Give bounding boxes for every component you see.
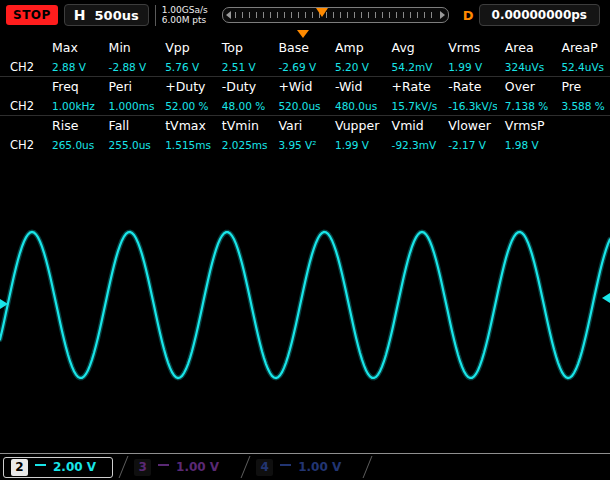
measurement-name: -Duty <box>214 79 271 94</box>
measurement-name: Freq <box>44 79 101 94</box>
measurement-value: 7.138 % <box>497 100 554 112</box>
delay-value[interactable]: 0.00000000ps <box>479 4 600 26</box>
measurement-name: Over <box>497 79 554 94</box>
run-stop-status[interactable]: STOP <box>6 5 58 25</box>
measurement-value: 255.0us <box>101 139 158 151</box>
trigger-level-marker-icon[interactable] <box>602 293 610 303</box>
channel-divider <box>363 456 373 478</box>
measurement-name: Avg <box>384 40 441 55</box>
measurement-name: Max <box>44 40 101 55</box>
measurement-value: 1.99 V <box>327 139 384 151</box>
measurement-name: Vupper <box>327 118 384 133</box>
measurement-value: 1.98 V <box>497 139 554 151</box>
measurement-name: Amp <box>327 40 384 55</box>
measurement-value-row: CH21.00kHz1.000ms52.00 %48.00 %520.0us48… <box>0 96 610 116</box>
measurement-name: Min <box>101 40 158 55</box>
measurement-name: Vrms <box>440 40 497 55</box>
measurement-value: 1.515ms <box>157 139 214 151</box>
measurement-value: 480.0us <box>327 100 384 112</box>
measurement-name: +Rate <box>384 79 441 94</box>
measurement-header-row: FreqPeri+Duty-Duty+Wid-Wid+Rate-RateOver… <box>0 77 610 96</box>
measurement-value: 2.51 V <box>214 61 271 73</box>
channel-4-block[interactable]: 41.00 V <box>249 457 357 478</box>
measurement-name: -Rate <box>440 79 497 94</box>
delay-label: D <box>463 8 474 23</box>
measurement-value-row: CH22.88 V-2.88 V5.76 V2.51 V-2.69 V5.20 … <box>0 57 610 77</box>
delay-readout: D 0.00000000ps <box>463 4 604 26</box>
hpos-ticks <box>235 12 436 18</box>
measurement-value: -92.3mV <box>384 139 441 151</box>
horizontal-label: H <box>74 7 86 23</box>
channel-4-scale[interactable]: 1.00 V <box>298 460 341 474</box>
measurement-value: 520.0us <box>270 100 327 112</box>
top-status-bar: STOP H 500us 1.00GSa/s 6.00M pts D 0.000… <box>0 0 610 30</box>
measurement-name: VrmsP <box>497 118 554 133</box>
measurement-name: tVmax <box>157 118 214 133</box>
measurement-value: 3.95 V² <box>270 139 327 151</box>
dc-coupling-icon <box>280 464 291 470</box>
measurement-value: 3.588 % <box>553 100 610 112</box>
measurement-value: 5.76 V <box>157 61 214 73</box>
measurement-value: 48.00 % <box>214 100 271 112</box>
measurement-header-row: RiseFalltVmaxtVminVariVupperVmidVlowerVr… <box>0 116 610 135</box>
measurement-value: 1.000ms <box>101 100 158 112</box>
timebase-value: 500us <box>95 8 139 23</box>
sample-rate: 1.00GSa/s <box>162 5 208 16</box>
measurement-name: Vari <box>270 118 327 133</box>
channel-2-scale[interactable]: 2.00 V <box>53 460 96 474</box>
measurement-name: AreaP <box>553 40 610 55</box>
channel-2-number[interactable]: 2 <box>11 459 28 476</box>
measurement-value: 1.99 V <box>440 61 497 73</box>
measurement-value: -2.17 V <box>440 139 497 151</box>
waveform-svg <box>0 152 610 453</box>
measurement-name: -Wid <box>327 79 384 94</box>
measurement-value: 52.4uVs <box>553 61 610 73</box>
measurement-name: Base <box>270 40 327 55</box>
measurement-name: Area <box>497 40 554 55</box>
waveform-display <box>0 152 610 453</box>
measurement-name: Vlower <box>440 118 497 133</box>
trigger-position-indicator-icon <box>297 30 309 38</box>
channel-status-bar: 22.00 V31.00 V41.00 V <box>0 453 610 480</box>
hpos-right-arrow-icon <box>440 11 445 19</box>
measurement-value: 2.025ms <box>214 139 271 151</box>
measurement-name: +Duty <box>157 79 214 94</box>
measurement-name: Vpp <box>157 40 214 55</box>
channel-3-block[interactable]: 31.00 V <box>127 457 235 478</box>
trigger-position-marker-icon[interactable] <box>316 8 328 17</box>
horizontal-timebase-control[interactable]: H 500us <box>64 4 149 26</box>
hpos-left-arrow-icon <box>226 11 231 19</box>
measurement-name: Peri <box>101 79 158 94</box>
measurement-name: Top <box>214 40 271 55</box>
measurement-channel-label: CH2 <box>0 60 44 74</box>
measurement-table: MaxMinVppTopBaseAmpAvgVrmsAreaAreaPCH22.… <box>0 38 610 152</box>
channel-2-block[interactable]: 22.00 V <box>3 457 113 478</box>
horizontal-position-bar[interactable] <box>222 7 449 23</box>
oscilloscope-screen: STOP H 500us 1.00GSa/s 6.00M pts D 0.000… <box>0 0 610 480</box>
dc-coupling-icon <box>158 464 169 470</box>
measurement-value: 5.20 V <box>327 61 384 73</box>
acquisition-info: 1.00GSa/s 6.00M pts <box>155 5 208 26</box>
measurement-value: 1.00kHz <box>44 100 101 112</box>
measurement-value: 15.7kV/s <box>384 100 441 112</box>
measurement-value: -16.3kV/s <box>440 100 497 112</box>
channel-offset-marker-icon[interactable] <box>0 299 8 309</box>
measurement-value: 52.00 % <box>157 100 214 112</box>
measurement-name: tVmin <box>214 118 271 133</box>
measurement-header-row: MaxMinVppTopBaseAmpAvgVrmsAreaAreaP <box>0 38 610 57</box>
measurement-value: 265.0us <box>44 139 101 151</box>
measurement-name: Pre <box>553 79 610 94</box>
channel-3-scale[interactable]: 1.00 V <box>176 460 219 474</box>
measurement-name: +Wid <box>270 79 327 94</box>
memory-depth: 6.00M pts <box>162 15 208 26</box>
measurement-channel-label: CH2 <box>0 138 44 152</box>
measurement-channel-label: CH2 <box>0 99 44 113</box>
channel-3-number[interactable]: 3 <box>134 459 151 476</box>
measurement-value: 54.2mV <box>384 61 441 73</box>
measurement-value: -2.69 V <box>270 61 327 73</box>
channel-4-number[interactable]: 4 <box>256 459 273 476</box>
measurement-name: Rise <box>44 118 101 133</box>
dc-coupling-icon <box>35 464 46 470</box>
measurement-value: 2.88 V <box>44 61 101 73</box>
measurement-value: 324uVs <box>497 61 554 73</box>
